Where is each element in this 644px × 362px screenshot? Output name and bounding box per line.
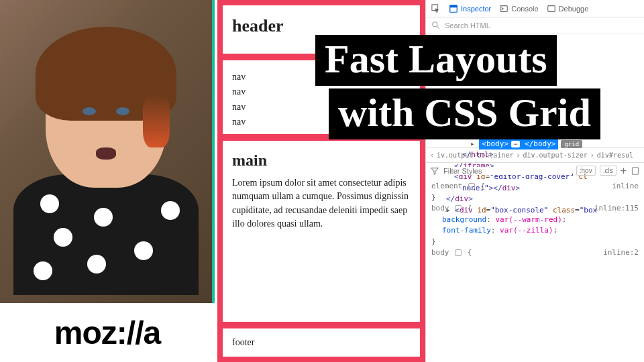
filter-icon bbox=[430, 166, 439, 176]
main-heading: main bbox=[232, 152, 411, 170]
tab-console[interactable]: Console bbox=[499, 4, 538, 13]
main-body-text: Lorem ipsum dolor sit amet consectetur a… bbox=[232, 176, 411, 231]
breadcrumb[interactable]: ‹ iv.output-container› div.output-sizer›… bbox=[426, 147, 644, 162]
footer-label: footer bbox=[232, 337, 254, 348]
html-search[interactable]: Search HTML bbox=[426, 17, 644, 34]
devtools-tabs: Inspector Console Debugge bbox=[426, 0, 644, 17]
search-placeholder: Search HTML bbox=[445, 21, 490, 29]
filter-styles-input[interactable] bbox=[443, 167, 572, 175]
search-icon bbox=[431, 21, 441, 30]
svg-line-6 bbox=[437, 25, 439, 28]
mozilla-logo: moz://a bbox=[0, 303, 215, 362]
clipboard-icon[interactable] bbox=[631, 166, 640, 176]
svg-rect-4 bbox=[547, 5, 555, 11]
add-rule-button[interactable]: + bbox=[621, 165, 627, 177]
cls-toggle[interactable]: .cls bbox=[600, 166, 616, 176]
video-title-line1: Fast Layouts bbox=[315, 35, 557, 86]
page-footer-cell: footer bbox=[223, 328, 420, 357]
presenter-photo: moz://a bbox=[0, 0, 215, 362]
video-title-line2: with CSS Grid bbox=[329, 88, 600, 139]
styles-rules[interactable]: element {inline } body {inline:115 backg… bbox=[426, 178, 644, 261]
tab-inspector[interactable]: Inspector bbox=[449, 4, 491, 13]
grid-badge[interactable]: grid bbox=[561, 140, 582, 148]
hov-toggle[interactable]: :hov bbox=[576, 166, 596, 176]
page-main-cell: main Lorem ipsum dolor sit amet consecte… bbox=[223, 141, 420, 322]
element-picker-icon[interactable] bbox=[431, 4, 441, 13]
tab-debugger[interactable]: Debugge bbox=[547, 4, 589, 13]
header-label: header bbox=[232, 16, 411, 36]
logo-text: moz://a bbox=[54, 314, 160, 351]
svg-point-5 bbox=[433, 21, 437, 26]
svg-rect-2 bbox=[450, 5, 458, 7]
svg-rect-7 bbox=[633, 167, 639, 174]
